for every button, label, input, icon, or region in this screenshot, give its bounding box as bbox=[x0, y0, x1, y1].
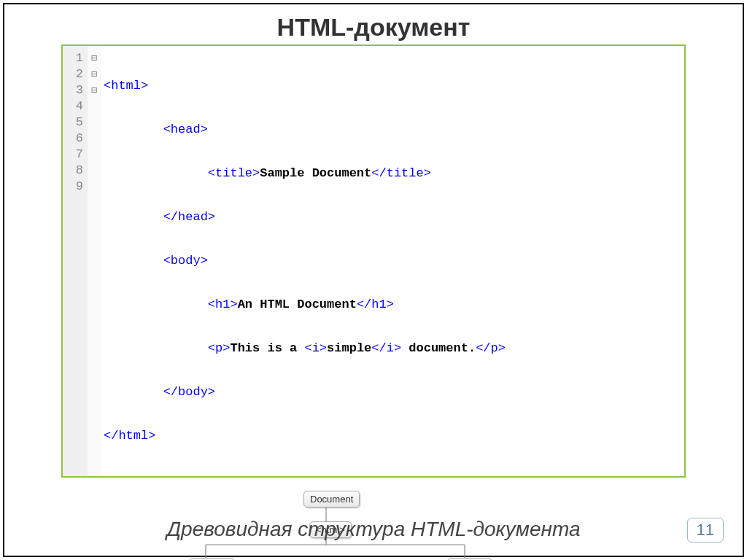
code-text: An HTML Document bbox=[238, 298, 357, 311]
fold-icon: ⊟ bbox=[88, 66, 101, 82]
tag: <h1> bbox=[208, 298, 238, 311]
fold-column: ⊟ ⊟ ⊟ bbox=[88, 46, 101, 476]
slide-frame: HTML-документ 1 2 3 4 5 6 7 8 9 ⊟ ⊟ ⊟ <h… bbox=[3, 3, 744, 557]
tag: </html> bbox=[104, 429, 155, 443]
tag: </head> bbox=[163, 210, 215, 224]
line-number: 4 bbox=[63, 98, 88, 114]
tag: <html> bbox=[104, 79, 148, 93]
page-number: 11 bbox=[687, 518, 724, 542]
tree-node-document: Document bbox=[303, 491, 360, 508]
code-text: Sample Document bbox=[260, 166, 371, 180]
tag: <head> bbox=[163, 122, 208, 136]
tag: </i> bbox=[371, 341, 401, 355]
tag: <title> bbox=[208, 166, 260, 180]
code-text: document. bbox=[401, 341, 476, 355]
line-number: 5 bbox=[63, 114, 88, 131]
tag: <i> bbox=[304, 341, 327, 355]
fold-icon: ⊟ bbox=[88, 82, 101, 98]
code-block: 1 2 3 4 5 6 7 8 9 ⊟ ⊟ ⊟ <html> <head> bbox=[61, 44, 686, 478]
fold-icon: ⊟ bbox=[88, 50, 101, 66]
slide-caption: Древовидная структура HTML-документа bbox=[4, 518, 743, 541]
code-text: simple bbox=[327, 341, 371, 355]
line-number-gutter: 1 2 3 4 5 6 7 8 9 bbox=[63, 46, 88, 476]
tag: </title> bbox=[371, 166, 431, 180]
tag: <body> bbox=[163, 254, 208, 268]
code-area: <html> <head> <title>Sample Document</ti… bbox=[101, 46, 684, 476]
code-text: This is a bbox=[230, 341, 304, 355]
tag: </h1> bbox=[357, 298, 394, 311]
line-number: 1 bbox=[63, 50, 88, 66]
line-number: 6 bbox=[63, 131, 88, 147]
slide-title: HTML-документ bbox=[4, 13, 743, 42]
line-number: 7 bbox=[63, 147, 88, 163]
tag: </p> bbox=[476, 341, 506, 355]
tag: </body> bbox=[163, 385, 215, 399]
line-number: 9 bbox=[63, 179, 88, 195]
line-number: 3 bbox=[63, 82, 88, 98]
line-number: 2 bbox=[63, 66, 88, 82]
line-number: 8 bbox=[63, 163, 88, 179]
tag: <p> bbox=[208, 341, 231, 355]
